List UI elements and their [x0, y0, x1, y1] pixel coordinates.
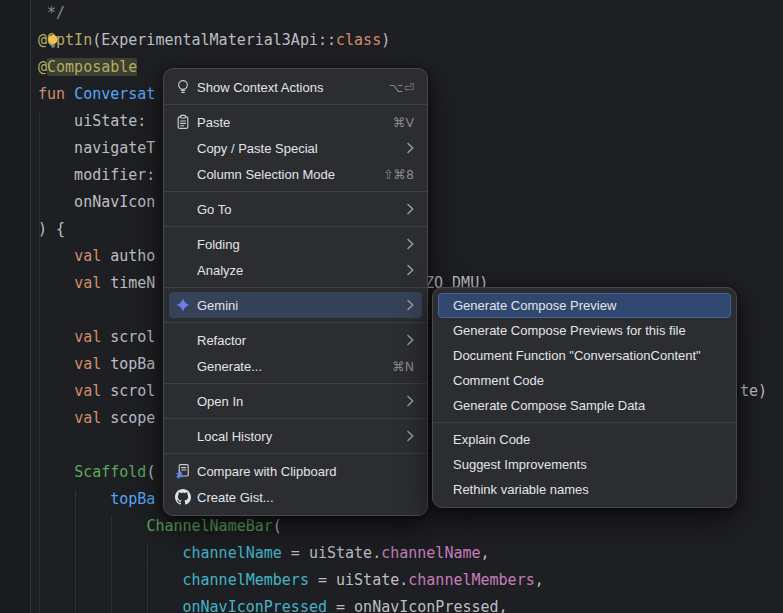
code-token: = uiState. [282, 544, 381, 562]
menu-item-shortcut: ⌘N [392, 359, 414, 374]
menu-item-label: Explain Code [453, 432, 721, 447]
code-token: Conversat [74, 85, 155, 103]
menu-separator [164, 418, 427, 419]
code-token: channelName [381, 544, 480, 562]
menu-item-show-context-actions[interactable]: Show Context Actions⌥⏎ [169, 74, 422, 100]
intention-bulb-icon[interactable] [45, 33, 61, 49]
code-token: scrol [110, 382, 155, 400]
code-token [38, 571, 183, 589]
submenu-item-generate-compose-sample-data[interactable]: Generate Compose Sample Data [438, 393, 731, 418]
code-token: class [336, 31, 381, 49]
gemini-icon [175, 297, 191, 313]
code-token: channelMembers [408, 571, 534, 589]
menu-item-refactor[interactable]: Refactor [169, 327, 422, 353]
code-token: , [481, 544, 490, 562]
menu-item-local-history[interactable]: Local History [169, 423, 422, 449]
menu-separator [164, 104, 427, 105]
menu-item-go-to[interactable]: Go To [169, 196, 422, 222]
bulb-icon [175, 79, 191, 95]
submenu-item-suggest-improvements[interactable]: Suggest Improvements [438, 452, 731, 477]
menu-item-label: Local History [197, 429, 392, 444]
code-token [38, 598, 183, 613]
menu-item-copy-paste-special[interactable]: Copy / Paste Special [169, 135, 422, 161]
code-token: channelName [183, 544, 282, 562]
submenu-item-comment-code[interactable]: Comment Code [438, 368, 731, 393]
submenu-item-rethink-variable-names[interactable]: Rethink variable names [438, 477, 731, 502]
menu-item-label: Rethink variable names [453, 482, 721, 497]
context-menu: Show Context Actions⌥⏎ Paste⌘VCopy / Pas… [163, 68, 428, 516]
code-token [38, 490, 110, 508]
menu-item-shortcut: ⌘V [393, 115, 414, 130]
submenu-arrow-icon [406, 238, 414, 250]
submenu-arrow-icon [406, 142, 414, 154]
menu-item-label: Generate Compose Preview [453, 298, 720, 313]
submenu-item-generate-compose-previews-for-this-file[interactable]: Generate Compose Previews for this file [438, 318, 731, 343]
code-line-21: channelMembers = uiState.channelMembers, [0, 567, 783, 594]
code-token: val [74, 247, 110, 265]
code-token: */ [38, 4, 65, 22]
code-token: val [74, 382, 110, 400]
icon-spacer [175, 332, 191, 348]
menu-item-label: Compare with Clipboard [197, 464, 414, 479]
code-token: channelMembers [183, 571, 309, 589]
menu-item-label: Copy / Paste Special [197, 141, 392, 156]
code-token: , [535, 571, 544, 589]
menu-item-label: Comment Code [453, 373, 721, 388]
submenu-item-generate-compose-preview[interactable]: Generate Compose Preview [438, 293, 731, 318]
code-token [38, 247, 74, 265]
menu-item-shortcut: ⇧⌘8 [383, 167, 414, 182]
code-token: Scaffold [74, 463, 146, 481]
icon-spacer [175, 166, 191, 182]
code-token: timeN [110, 274, 155, 292]
menu-item-open-in[interactable]: Open In [169, 388, 422, 414]
menu-separator [164, 226, 427, 227]
menu-item-label: Generate Compose Sample Data [453, 398, 721, 413]
menu-item-folding[interactable]: Folding [169, 231, 422, 257]
code-token: ) { [38, 220, 65, 238]
code-token: val [74, 409, 110, 427]
icon-spacer [175, 201, 191, 217]
code-line-19: ChannelNameBar( [0, 513, 783, 540]
code-token: scope [110, 409, 155, 427]
submenu-arrow-icon [406, 299, 414, 311]
menu-separator [433, 422, 736, 423]
submenu-item-explain-code[interactable]: Explain Code [438, 427, 731, 452]
code-token: val [74, 274, 110, 292]
menu-item-label: Document Function "ConversationContent" [453, 348, 721, 363]
submenu-arrow-icon [406, 203, 414, 215]
menu-item-label: Folding [197, 237, 392, 252]
icon-spacer [175, 140, 191, 156]
code-token [38, 274, 74, 292]
code-token: topBa [110, 355, 155, 373]
menu-item-compare-with-clipboard[interactable]: Compare with Clipboard [169, 458, 422, 484]
code-token: onNavIconPressed [183, 598, 328, 613]
icon-spacer [175, 236, 191, 252]
menu-separator [164, 191, 427, 192]
menu-separator [164, 383, 427, 384]
submenu-arrow-icon [406, 334, 414, 346]
submenu-arrow-icon [406, 430, 414, 442]
menu-item-column-selection-mode[interactable]: Column Selection Mode⇧⌘8 [169, 161, 422, 187]
submenu-arrow-icon [406, 395, 414, 407]
menu-item-analyze[interactable]: Analyze [169, 257, 422, 283]
code-token [38, 544, 183, 562]
menu-item-create-gist[interactable]: Create Gist... [169, 484, 422, 510]
code-token: @ [38, 58, 47, 76]
menu-item-label: Column Selection Mode [197, 167, 369, 182]
submenu-item-document-function-conversationcontent[interactable]: Document Function "ConversationContent" [438, 343, 731, 368]
github-icon [175, 489, 191, 505]
menu-separator [164, 453, 427, 454]
code-token [38, 517, 146, 535]
code-token [38, 382, 74, 400]
menu-item-label: Suggest Improvements [453, 457, 721, 472]
menu-item-label: Open In [197, 394, 392, 409]
code-token: topBa [110, 490, 155, 508]
menu-item-label: Refactor [197, 333, 392, 348]
submenu-arrow-icon [406, 264, 414, 276]
menu-item-paste[interactable]: Paste⌘V [169, 109, 422, 135]
code-line-20: channelName = uiState.channelName, [0, 540, 783, 567]
menu-item-generate[interactable]: Generate...⌘N [169, 353, 422, 379]
menu-item-gemini[interactable]: Gemini [169, 292, 422, 318]
code-token: onNavIcon [38, 193, 155, 211]
menu-separator [164, 322, 427, 323]
